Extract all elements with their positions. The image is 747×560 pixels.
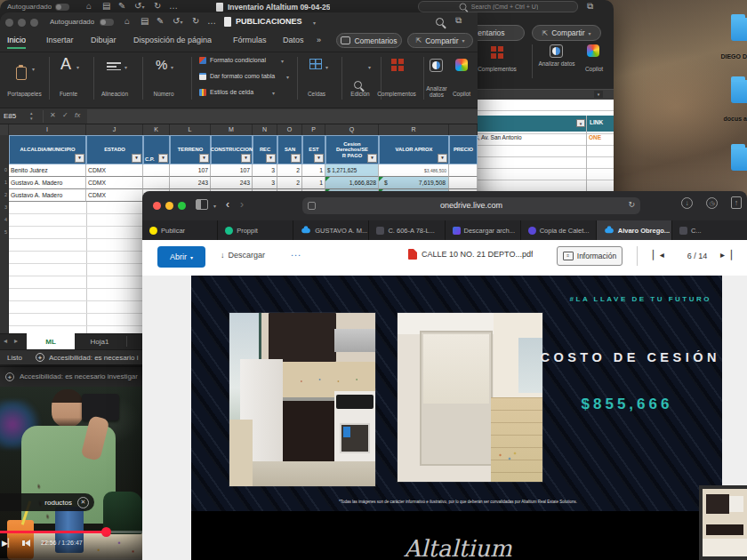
- browser-tab-copia[interactable]: Copia de Calet...: [521, 220, 597, 240]
- browser-tab-c606[interactable]: C. 606-A 78-L...: [369, 220, 445, 240]
- more-icon[interactable]: …: [169, 2, 178, 11]
- cell-cesion[interactable]: $ 1,271,625: [325, 164, 379, 177]
- cell[interactable]: 2: [277, 177, 302, 189]
- front-doc-title[interactable]: PUBLICACIONES: [236, 17, 302, 26]
- first-page-icon[interactable]: ▏◂: [653, 250, 664, 260]
- font-icon[interactable]: A: [60, 55, 71, 74]
- back-share-button[interactable]: ⇱ Compartir ▾: [532, 25, 601, 41]
- cell[interactable]: [143, 177, 170, 189]
- forward-icon[interactable]: ›: [240, 198, 244, 211]
- conditional-format-label[interactable]: Formato condicional: [210, 57, 281, 63]
- cell[interactable]: Gustavo A. Madero: [9, 177, 86, 189]
- header-estado[interactable]: ESTADO▾: [86, 135, 143, 164]
- header-terreno[interactable]: TERRENO▾: [170, 135, 211, 164]
- download-button[interactable]: ↓Descargar: [221, 251, 265, 260]
- tab-dibujar[interactable]: Dibujar: [91, 36, 116, 44]
- tab-inicio[interactable]: Inicio: [7, 36, 26, 49]
- last-page-icon[interactable]: ▸▕: [720, 250, 732, 260]
- header-san[interactable]: SAN▾: [277, 135, 302, 164]
- close-icon[interactable]: [5, 19, 13, 27]
- header-est[interactable]: EST▾: [302, 135, 325, 164]
- cell[interactable]: Gustavo A. Madero: [9, 189, 86, 202]
- redo-icon[interactable]: ↻: [192, 17, 199, 26]
- sheet-prev-icon[interactable]: ◂: [4, 337, 7, 345]
- back-icon[interactable]: ‹: [226, 198, 229, 211]
- chevron-down-icon[interactable]: ▾: [213, 203, 216, 209]
- downloads-icon[interactable]: ↓: [681, 197, 693, 209]
- filter-icon[interactable]: ▾: [266, 154, 276, 163]
- name-box[interactable]: E85: [4, 112, 30, 120]
- cell[interactable]: 1: [302, 177, 325, 189]
- filter-icon[interactable]: ▾: [132, 154, 141, 163]
- copilot-icon[interactable]: [455, 59, 468, 71]
- col-header-o[interactable]: O: [277, 124, 302, 135]
- cell[interactable]: CDMX: [86, 164, 143, 177]
- cancel-icon[interactable]: ✕: [50, 111, 56, 119]
- comments-button[interactable]: Comentarios: [336, 33, 402, 48]
- sheet-next-icon[interactable]: ▸: [14, 337, 18, 345]
- tabs-overflow-icon[interactable]: »: [317, 36, 321, 44]
- header-precio[interactable]: PRECIO: [449, 135, 478, 164]
- reload-icon[interactable]: ↻: [628, 200, 635, 209]
- filter-icon[interactable]: ▾: [576, 119, 585, 127]
- tab-disposicion[interactable]: Disposición de página: [133, 36, 212, 44]
- sidebar-icon[interactable]: [196, 199, 208, 210]
- conditional-format-icon[interactable]: [199, 57, 206, 64]
- autosave-toggle[interactable]: [55, 4, 69, 11]
- cell-cesion[interactable]: 1,666,828: [325, 177, 379, 189]
- cell[interactable]: 243: [211, 177, 253, 189]
- name-box-stepper[interactable]: ▴▾: [30, 110, 33, 121]
- address-cell[interactable]: is, Av. San Antonio: [474, 134, 581, 140]
- col-header-i[interactable]: I: [9, 124, 86, 135]
- open-button[interactable]: Abrir▾: [157, 246, 205, 268]
- redo-icon[interactable]: ↻: [154, 2, 161, 11]
- col-header-r[interactable]: R: [379, 124, 449, 135]
- video-player[interactable]: roductos ✕ ▶▏ 22:56 / 1:26:47: [0, 387, 142, 560]
- cell-valor[interactable]: $7,619,508: [379, 177, 449, 189]
- browser-tab-last[interactable]: C...: [672, 220, 747, 240]
- clipboard-icon[interactable]: [16, 67, 27, 80]
- tab-insertar[interactable]: Insertar: [46, 36, 74, 44]
- next-video-icon[interactable]: ▶▏: [2, 539, 14, 548]
- sheet-tab-hoja1[interactable]: Hoja1: [75, 333, 124, 349]
- products-overlay-pill[interactable]: roductos ✕: [0, 493, 94, 511]
- cell[interactable]: 2: [277, 164, 302, 177]
- analyze-data-icon[interactable]: [550, 44, 563, 58]
- close-icon[interactable]: [153, 202, 161, 210]
- back-sheet-grid[interactable]: [471, 100, 614, 191]
- minimize-icon[interactable]: [165, 202, 173, 210]
- filter-icon[interactable]: ▾: [438, 154, 447, 163]
- folder-icon-docus[interactable]: [731, 80, 747, 103]
- col-header-m[interactable]: M: [211, 124, 253, 135]
- browser-tab-gustavo[interactable]: GUSTAVO A. M...: [293, 220, 369, 240]
- alignment-icon[interactable]: [107, 60, 121, 73]
- filter-icon[interactable]: ▾: [367, 154, 377, 163]
- filter-icon[interactable]: ▾: [75, 154, 84, 163]
- cell-styles-label[interactable]: Estilos de celda: [210, 89, 274, 95]
- header-alcaldia[interactable]: ALCALDIA/MUNICIPIO▾: [9, 135, 86, 164]
- sheet-tab-ml[interactable]: ML: [27, 333, 75, 349]
- cell[interactable]: 107: [170, 164, 211, 177]
- col-header-k[interactable]: K: [143, 124, 170, 135]
- save-icon[interactable]: ▤: [102, 2, 110, 11]
- autosave-toggle[interactable]: [100, 19, 114, 26]
- filter-icon[interactable]: ▾: [199, 154, 209, 163]
- more-icon[interactable]: …: [207, 17, 216, 26]
- enter-icon[interactable]: ✓: [62, 111, 68, 119]
- more-options-button[interactable]: ...: [291, 247, 301, 258]
- cell[interactable]: [449, 164, 478, 177]
- info-button[interactable]: ≡ Información: [557, 246, 622, 266]
- col-header-j[interactable]: J: [86, 124, 143, 135]
- home-icon[interactable]: ⌂: [124, 17, 130, 26]
- minimize-icon[interactable]: [18, 19, 26, 27]
- format-as-table-icon[interactable]: [199, 73, 206, 80]
- cell-styles-icon[interactable]: [199, 89, 206, 96]
- tab-formulas[interactable]: Fórmulas: [233, 36, 267, 44]
- header-cp[interactable]: C.P.▾: [143, 135, 170, 164]
- pdf-filename[interactable]: CALLE 10 NO. 21 DEPTO...pdf: [422, 250, 533, 259]
- formula-input[interactable]: [87, 109, 478, 124]
- fx-icon[interactable]: fx: [75, 111, 80, 119]
- col-header-s[interactable]: [449, 124, 478, 135]
- undo-icon[interactable]: ↺▾: [173, 17, 182, 27]
- copilot-icon[interactable]: [587, 44, 599, 57]
